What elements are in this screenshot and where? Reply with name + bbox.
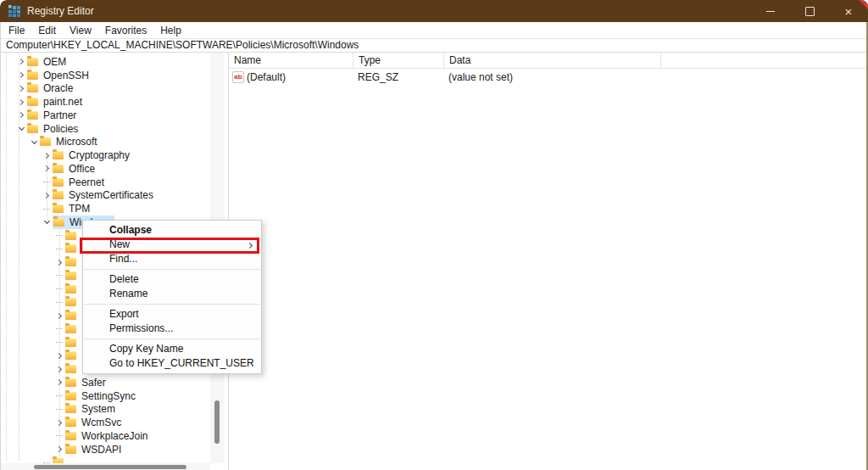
chevron-right-icon[interactable] (55, 420, 61, 426)
menu-separator (84, 269, 260, 270)
context-menu-export[interactable]: Export (83, 307, 261, 322)
tree-item-workplacejoin[interactable]: WorkplaceJoin (0, 429, 210, 443)
tree-item-paintnet[interactable]: paint.net (0, 95, 210, 109)
context-menu-rename[interactable]: Rename (83, 287, 261, 301)
maximize-button[interactable] (790, 0, 829, 22)
folder-icon (53, 191, 64, 199)
value-name: (Default) (247, 71, 286, 83)
context-menu-find[interactable]: Find... (83, 252, 261, 266)
close-icon: × (845, 5, 853, 18)
folder-icon (27, 84, 38, 92)
context-menu-copy-key-name[interactable]: Copy Key Name (83, 342, 261, 356)
context-menu-delete[interactable]: Delete (83, 272, 261, 287)
chevron-right-icon[interactable] (55, 353, 61, 359)
tree-connector (56, 435, 63, 436)
value-data: (value not set) (444, 71, 661, 83)
chevron-right-icon[interactable] (42, 153, 48, 159)
tree-item-microsoft[interactable]: Microsoft (0, 136, 210, 149)
folder-icon (27, 125, 38, 133)
tree-item-wsdapi[interactable]: WSDAPI (0, 443, 210, 456)
tree-connector (56, 275, 63, 276)
folder-icon (65, 311, 76, 320)
context-menu-new[interactable]: New (83, 238, 261, 252)
folder-icon (65, 298, 76, 306)
tree-item-cryptography[interactable]: Cryptography (0, 148, 210, 162)
menu-file[interactable]: File (2, 25, 31, 36)
menu-edit[interactable]: Edit (31, 25, 63, 36)
tree-item-system[interactable]: System (0, 403, 210, 417)
chevron-down-icon[interactable] (18, 125, 24, 131)
folder-icon (65, 405, 76, 413)
chevron-down-icon[interactable] (31, 138, 36, 144)
folder-icon (27, 111, 38, 120)
chevron-right-icon[interactable] (42, 165, 48, 171)
tree-item-safer[interactable]: Safer (0, 376, 210, 389)
folder-icon (65, 232, 76, 240)
title-bar: Registry Editor × (0, 0, 868, 22)
column-header-type[interactable]: Type (353, 53, 444, 68)
chevron-right-icon[interactable] (55, 379, 61, 385)
folder-icon (65, 244, 76, 253)
folder-icon (65, 365, 76, 373)
chevron-down-icon[interactable] (43, 218, 49, 224)
folder-icon (53, 178, 64, 187)
menu-separator (84, 339, 260, 339)
tree-connector (56, 342, 63, 343)
tree-item-systemcertificates[interactable]: SystemCertificates (0, 189, 210, 203)
red-corner-marker (859, 0, 868, 9)
address-bar[interactable]: Computer\HKEY_LOCAL_MACHINE\SOFTWARE\Pol… (0, 39, 868, 53)
folder-icon (65, 392, 76, 400)
chevron-right-icon[interactable] (17, 72, 23, 78)
chevron-right-icon[interactable] (55, 446, 61, 452)
submenu-arrow-icon (247, 242, 253, 248)
value-row-default[interactable]: ab(Default) REG_SZ (value not set) (229, 70, 868, 84)
menu-help[interactable]: Help (153, 25, 188, 36)
menu-favorites[interactable]: Favorites (98, 25, 153, 36)
tree-item-peernet[interactable]: Peernet (0, 176, 210, 189)
tree-item-office[interactable]: Office (0, 162, 210, 176)
chevron-right-icon[interactable] (17, 99, 23, 105)
column-header-name[interactable]: Name (229, 53, 353, 68)
tree-connector (56, 328, 63, 329)
folder-icon (65, 271, 76, 280)
context-menu: Collapse New Find... Delete Rename Expor… (82, 220, 262, 374)
folder-icon (53, 218, 64, 227)
tree-connector (43, 209, 50, 210)
tree-item-openssh[interactable]: OpenSSH (0, 69, 210, 82)
column-header-data[interactable]: Data (444, 53, 661, 68)
folder-icon (65, 258, 76, 266)
tree-connector (56, 249, 63, 249)
string-value-icon: ab (232, 71, 244, 83)
menu-view[interactable]: View (63, 25, 98, 36)
chevron-right-icon[interactable] (42, 193, 48, 199)
window-controls: × (751, 0, 868, 22)
vertical-scrollbar-thumb[interactable] (214, 400, 220, 444)
horizontal-scrollbar[interactable] (0, 463, 210, 470)
context-menu-goto-hkcu[interactable]: Go to HKEY_CURRENT_USER (83, 356, 261, 371)
chevron-right-icon[interactable] (17, 59, 23, 64)
minimize-button[interactable] (751, 0, 790, 22)
tree-item-oem[interactable]: OEM (0, 55, 210, 69)
folder-icon (27, 71, 38, 80)
tree-connector (56, 395, 63, 396)
list-header: Name Type Data (229, 53, 868, 69)
chevron-right-icon[interactable] (17, 112, 23, 118)
tree-item-settingsync[interactable]: SettingSync (0, 389, 210, 403)
tree-item-policies[interactable]: Policies (0, 122, 210, 136)
folder-icon (65, 432, 76, 440)
registry-editor-window: Registry Editor × File Edit View Favorit… (0, 0, 868, 470)
tree-item-wcmsvc[interactable]: WcmSvc (0, 416, 210, 429)
context-menu-permissions[interactable]: Permissions... (83, 322, 261, 336)
folder-icon (53, 165, 64, 173)
folder-icon (65, 351, 76, 360)
tree-item-oracle[interactable]: Oracle (0, 82, 210, 96)
horizontal-scrollbar-thumb[interactable] (34, 465, 186, 469)
tree-item-tpm[interactable]: TPM (0, 202, 210, 215)
chevron-right-icon[interactable] (55, 366, 61, 372)
chevron-right-icon[interactable] (17, 86, 23, 92)
context-menu-collapse[interactable]: Collapse (83, 223, 261, 238)
tree-item-partner[interactable]: Partner (0, 109, 210, 122)
chevron-right-icon[interactable] (55, 260, 61, 266)
chevron-right-icon[interactable] (55, 313, 61, 319)
value-type: REG_SZ (353, 71, 444, 83)
